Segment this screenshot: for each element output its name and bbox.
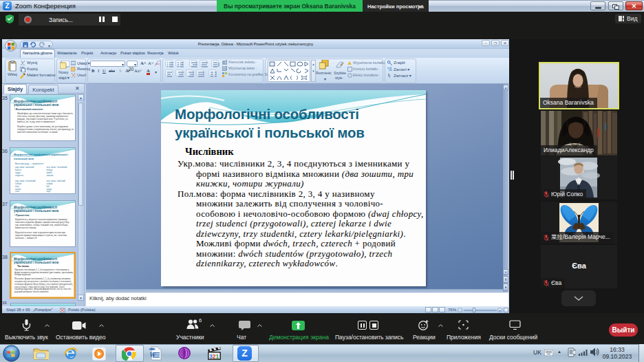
svg-text:321: 321 bbox=[209, 353, 219, 360]
svg-text:W: W bbox=[149, 351, 156, 359]
